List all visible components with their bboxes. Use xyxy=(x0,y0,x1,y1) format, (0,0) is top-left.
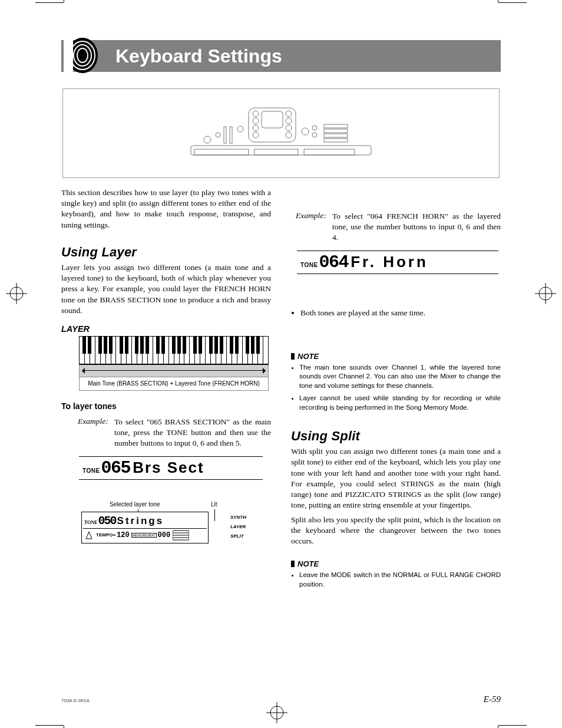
lcd-right-synth: SYNTH xyxy=(230,513,246,522)
svg-rect-39 xyxy=(324,139,348,142)
example-label: Example: xyxy=(296,211,332,243)
split-note-list: Leave the MODE switch in the NORMAL or F… xyxy=(291,571,501,589)
lcd-measure-value: 000 xyxy=(158,531,171,539)
section-title: Keyboard Settings xyxy=(115,35,282,77)
svg-point-28 xyxy=(204,136,211,143)
crop-mark xyxy=(498,726,498,728)
intro-paragraph: This section describes how to use layer … xyxy=(61,187,271,230)
lcd-label-left: Selected layer tone xyxy=(110,501,160,508)
layer-description: Layer lets you assign two different tone… xyxy=(61,262,271,316)
registration-mark xyxy=(266,702,287,723)
page-root: Keyboard Settings xyxy=(0,0,562,728)
layer-result-item: Both tones are played at the same time. xyxy=(300,308,501,318)
layer-example-1: Example: To select "065 BRASS SECTION" a… xyxy=(78,417,271,449)
to-layer-tones-heading: To layer tones xyxy=(61,401,271,411)
crop-mark xyxy=(35,725,64,726)
crop-mark xyxy=(498,725,527,726)
registration-mark xyxy=(535,283,556,304)
svg-rect-16 xyxy=(254,149,298,155)
using-layer-heading: Using Layer xyxy=(61,245,271,260)
split-description-2: Split also lets you specify the split po… xyxy=(291,515,501,547)
using-split-heading: Using Split xyxy=(291,429,501,444)
lcd-label-right: Lit xyxy=(211,501,217,508)
svg-rect-14 xyxy=(191,146,371,155)
svg-rect-38 xyxy=(324,134,348,137)
tone-digits: 065 xyxy=(101,458,131,478)
tone-name: Fr. Horn xyxy=(351,253,428,271)
tone-label: TONE xyxy=(300,262,318,268)
lcd-tone-name: Strings xyxy=(117,515,164,527)
svg-point-22 xyxy=(253,125,259,131)
svg-rect-17 xyxy=(304,149,355,155)
layer-note-list: The main tone sounds over Channel 1, whi… xyxy=(291,363,501,413)
svg-marker-40 xyxy=(86,532,92,539)
keyboard-outline-icon xyxy=(190,101,372,166)
svg-point-20 xyxy=(253,111,259,117)
svg-point-29 xyxy=(216,133,220,137)
crop-mark xyxy=(35,2,64,3)
example-text: To select "065 BRASS SECTION" as the mai… xyxy=(114,417,271,449)
svg-rect-37 xyxy=(324,129,348,133)
lcd-tone-label: TONE xyxy=(84,520,98,525)
note-heading: NOTE xyxy=(291,559,501,568)
header-medallion-icon xyxy=(64,34,106,79)
svg-point-23 xyxy=(253,132,259,138)
example-label: Example: xyxy=(78,417,114,449)
right-column: Example: To select "064 FRENCH HORN" as … xyxy=(291,187,501,671)
registration-mark xyxy=(6,283,27,304)
example-text: To select "064 FRENCH HORN" as the layer… xyxy=(332,211,501,243)
footer-doc-code: 703A-E-061A xyxy=(61,698,90,703)
note-item: Leave the MODE switch in the NORMAL or F… xyxy=(299,571,501,589)
lcd-measure-label: MEASURE BEAT xyxy=(131,533,157,538)
note-item: Layer cannot be used while standing by f… xyxy=(299,394,501,412)
lcd-tempo-value: 120 xyxy=(117,531,130,539)
svg-point-34 xyxy=(312,133,317,137)
svg-point-25 xyxy=(286,118,292,124)
tone-name: Brs Sect xyxy=(133,459,204,477)
crop-mark xyxy=(64,0,64,2)
svg-point-24 xyxy=(286,111,292,117)
note-heading: NOTE xyxy=(291,352,501,361)
layer-result-list: Both tones are played at the same time. xyxy=(291,308,501,318)
tone-digits: 064 xyxy=(319,252,349,272)
metronome-icon xyxy=(84,531,94,540)
svg-rect-15 xyxy=(194,149,249,155)
tone-display-064: TONE 064 Fr. Horn xyxy=(297,251,498,274)
page-footer: 703A-E-061A E-59 xyxy=(61,694,501,704)
lcd-tone-digits: 050 xyxy=(98,514,116,528)
svg-point-26 xyxy=(286,125,292,131)
lcd-detail-display: Selected layer tone Lit TONE 050 Strings… xyxy=(81,501,246,543)
layer-example-2: Example: To select "064 FRENCH HORN" as … xyxy=(296,211,501,243)
layer-piano-diagram: Main Tone (BRASS SECTION) + Layered Tone… xyxy=(79,336,269,391)
svg-point-27 xyxy=(286,132,292,138)
layer-diagram-label: LAYER xyxy=(61,324,271,334)
crop-mark xyxy=(498,0,498,2)
crop-mark xyxy=(64,726,64,728)
svg-rect-13 xyxy=(64,38,73,73)
section-header: Keyboard Settings xyxy=(61,35,501,77)
left-column: This section describes how to use layer … xyxy=(61,187,271,671)
lcd-right-split: SPLIT xyxy=(230,532,246,541)
svg-rect-31 xyxy=(230,127,232,143)
crop-mark xyxy=(498,2,527,3)
svg-point-33 xyxy=(302,128,309,135)
note-item: The main tone sounds over Channel 1, whi… xyxy=(299,363,501,391)
svg-point-35 xyxy=(312,126,317,130)
lcd-tempo-label: TEMPO= xyxy=(96,532,115,538)
instrument-illustration xyxy=(62,88,500,178)
tone-display-065: TONE 065 Brs Sect xyxy=(79,456,263,480)
footer-page-number: E-59 xyxy=(484,694,501,704)
svg-point-32 xyxy=(237,126,243,132)
lcd-right-layer: LAYER xyxy=(230,522,246,532)
svg-rect-30 xyxy=(224,127,226,143)
tone-label: TONE xyxy=(82,467,100,474)
svg-rect-36 xyxy=(324,124,348,128)
svg-point-21 xyxy=(253,118,259,124)
layer-diagram-caption: Main Tone (BRASS SECTION) + Layered Tone… xyxy=(79,377,269,391)
body-columns: This section describes how to use layer … xyxy=(61,187,501,671)
svg-rect-19 xyxy=(262,111,283,128)
clef-icon xyxy=(173,530,189,541)
split-description-1: With split you can assign two different … xyxy=(291,446,501,510)
